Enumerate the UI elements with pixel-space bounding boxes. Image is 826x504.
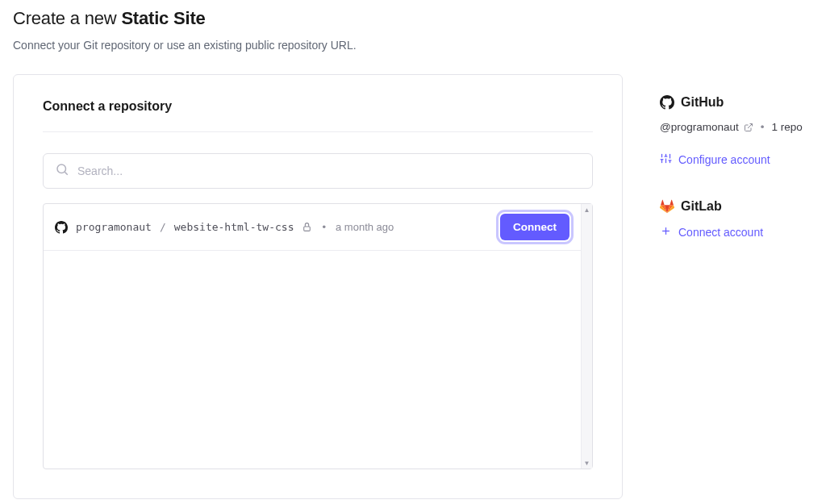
page-subtitle: Connect your Git repository or use an ex… bbox=[13, 39, 813, 52]
lock-icon bbox=[302, 222, 312, 232]
gitlab-icon bbox=[660, 199, 674, 214]
github-label: GitHub bbox=[681, 95, 724, 110]
connect-account-link[interactable]: Connect account bbox=[660, 225, 813, 240]
scrollbar[interactable]: ▲ ▼ bbox=[581, 204, 592, 469]
repo-owner: programonaut bbox=[76, 221, 152, 233]
card-title: Connect a repository bbox=[43, 99, 593, 131]
external-link-icon bbox=[744, 123, 753, 132]
gitlab-provider: GitLab Connect account bbox=[660, 199, 813, 240]
dot-separator: • bbox=[761, 121, 765, 133]
gitlab-label: GitLab bbox=[681, 199, 722, 214]
plus-icon bbox=[660, 225, 672, 240]
github-provider: GitHub @programonaut • 1 repo bbox=[660, 95, 813, 167]
svg-rect-2 bbox=[304, 227, 311, 231]
providers-sidebar: GitHub @programonaut • 1 repo bbox=[660, 74, 813, 272]
connect-button[interactable]: Connect bbox=[500, 214, 569, 240]
github-account-line: @programonaut • 1 repo bbox=[660, 121, 813, 133]
repository-row: programonaut / website-html-tw-css • a m… bbox=[44, 204, 581, 251]
divider bbox=[43, 131, 593, 132]
search-input[interactable] bbox=[77, 165, 581, 177]
page-title-strong: Static Site bbox=[121, 8, 205, 28]
configure-account-label: Configure account bbox=[678, 153, 770, 166]
github-repo-count: 1 repo bbox=[772, 121, 803, 133]
svg-line-1 bbox=[65, 172, 67, 174]
repo-updated: a month ago bbox=[336, 221, 394, 233]
search-field[interactable] bbox=[43, 153, 593, 189]
connect-repository-card: Connect a repository bbox=[13, 74, 623, 499]
svg-point-0 bbox=[57, 165, 66, 173]
repository-list: programonaut / website-html-tw-css • a m… bbox=[43, 203, 593, 469]
svg-line-3 bbox=[748, 123, 753, 128]
page-title: Create a new Static Site bbox=[13, 8, 813, 29]
repo-separator: / bbox=[160, 221, 166, 233]
repo-name: website-html-tw-css bbox=[174, 221, 294, 233]
connect-account-label: Connect account bbox=[678, 226, 763, 239]
dot-separator: • bbox=[322, 221, 326, 233]
configure-account-link[interactable]: Configure account bbox=[660, 152, 813, 167]
page-title-prefix: Create a new bbox=[13, 8, 121, 28]
scroll-up-icon[interactable]: ▲ bbox=[582, 204, 592, 215]
sliders-icon bbox=[660, 152, 672, 167]
github-icon bbox=[55, 221, 68, 234]
github-icon bbox=[660, 95, 674, 110]
scroll-down-icon[interactable]: ▼ bbox=[582, 457, 592, 469]
github-handle-link[interactable]: @programonaut bbox=[660, 121, 739, 133]
search-icon bbox=[55, 162, 69, 180]
